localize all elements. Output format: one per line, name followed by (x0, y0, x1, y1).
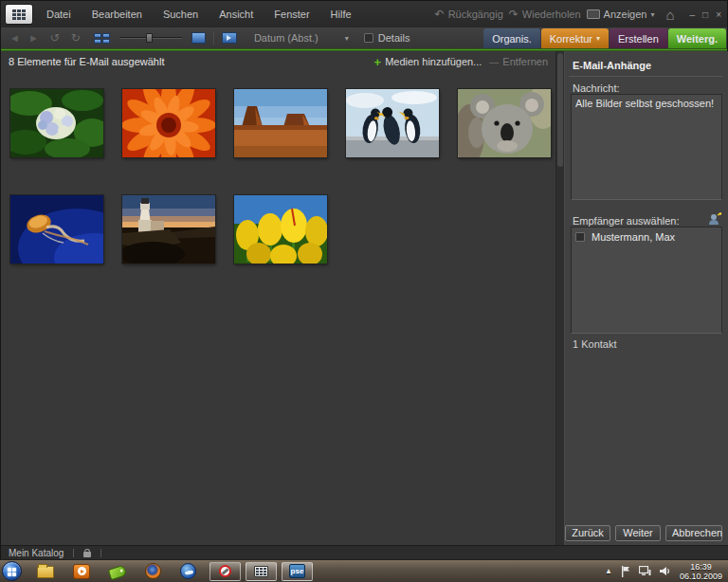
message-textarea[interactable]: Alle Bilder selbst geschossen! (571, 94, 722, 200)
contact-list[interactable]: Mustermann, Max (571, 227, 722, 334)
close-button[interactable]: × (716, 9, 721, 20)
single-view-icon[interactable] (191, 32, 206, 44)
app-icon[interactable] (5, 4, 33, 25)
email-attachments-panel: E-Mail-Anhänge Nachricht: Alle Bilder se… (565, 51, 728, 545)
thumbnail-tulips[interactable] (234, 195, 327, 264)
thumbnail-penguins[interactable] (346, 89, 439, 157)
start-button[interactable] (2, 561, 22, 581)
tab-create-label: Erstellen (618, 33, 659, 45)
menu-bearbeiten[interactable]: Bearbeiten (92, 9, 142, 20)
back-button[interactable]: Zurück (565, 525, 610, 541)
back-arrow-icon[interactable]: ◄ (9, 32, 20, 44)
rotate-right-icon[interactable]: ↻ (71, 31, 81, 45)
thumbnail-chrysanthemum[interactable] (122, 89, 215, 157)
zoom-slider-thumb[interactable] (146, 33, 153, 43)
chrysanthemum-image (122, 89, 215, 157)
redo-label: Wiederholen (522, 9, 581, 20)
open-windows: pse (209, 562, 313, 581)
snipping-tool-taskbar-button[interactable] (209, 562, 241, 581)
minus-icon: — (489, 57, 499, 67)
system-tray: ▲ 16:39 (605, 562, 728, 581)
window-controls: – □ × (690, 9, 721, 20)
clock-time: 16:39 (680, 562, 722, 572)
tab-share[interactable]: Weiterg. (668, 28, 726, 48)
details-label: Details (378, 32, 410, 44)
menu-fenster[interactable]: Fenster (274, 9, 309, 20)
windows-logo-icon (8, 568, 16, 576)
network-icon[interactable] (639, 566, 651, 576)
minimize-button[interactable]: – (690, 9, 696, 20)
thumbnail-hydrangea[interactable] (10, 89, 103, 157)
plus-icon: + (374, 55, 382, 69)
forward-arrow-icon[interactable]: ► (28, 32, 39, 44)
next-button[interactable]: Weiter (615, 525, 661, 541)
panel-title: E-Mail-Anhänge (573, 60, 651, 71)
mode-tabs: Organis. Korrektur ▾ Erstellen Weiterg. (483, 27, 727, 48)
organizer-icon (254, 566, 268, 577)
chevron-down-icon: ▾ (650, 10, 654, 19)
media-player-icon[interactable] (73, 564, 90, 579)
volume-icon[interactable] (660, 566, 671, 576)
monitor-icon (587, 9, 600, 19)
remove-media-button[interactable]: — Entfernen (489, 56, 548, 67)
undo-button[interactable]: ↶ Rückgängig (435, 8, 503, 21)
menu-suchen[interactable]: Suchen (163, 9, 198, 20)
action-center-flag-icon[interactable] (621, 566, 630, 577)
menu-datei[interactable]: Datei (46, 9, 71, 20)
undo-label: Rückgängig (448, 9, 503, 20)
pse-editor-taskbar-button[interactable]: pse (282, 562, 313, 581)
media-scrollbar[interactable] (555, 51, 565, 545)
tray-expand-icon[interactable]: ▲ (605, 567, 612, 575)
thumbnail-view-icon[interactable] (94, 33, 110, 44)
tab-fix[interactable]: Korrektur ▾ (541, 28, 609, 48)
status-divider (73, 549, 74, 557)
redo-icon: ↷ (509, 8, 519, 21)
rotate-left-icon[interactable]: ↺ (50, 31, 60, 45)
details-checkbox[interactable] (364, 33, 373, 43)
contact-row[interactable]: Mustermann, Max (572, 227, 721, 246)
pinned-icons (37, 563, 196, 579)
media-scrollbar-thumb[interactable] (557, 53, 563, 167)
cancel-button[interactable]: Abbrechen (665, 525, 722, 541)
titlebar: Datei Bearbeiten Suchen Ansicht Fenster … (1, 1, 727, 27)
koala-image (458, 89, 551, 157)
contact-checkbox[interactable] (575, 232, 585, 242)
thumbnail-lighthouse[interactable] (122, 195, 215, 264)
display-menu-button[interactable]: Anzeigen ▾ (587, 9, 655, 20)
desert-image (234, 89, 327, 157)
usb-device-icon[interactable] (108, 564, 128, 580)
lighthouse-image (122, 195, 215, 264)
contact-count: 1 Kontakt (573, 338, 616, 350)
menu-ansicht[interactable]: Ansicht (219, 9, 253, 20)
menubar: Datei Bearbeiten Suchen Ansicht Fenster … (46, 9, 352, 20)
content: 8 Elemente für E-Mail ausgewählt + Medie… (1, 51, 728, 545)
thumbnail-desert[interactable] (234, 89, 327, 157)
restore-button[interactable]: □ (702, 9, 708, 20)
contact-name: Mustermann, Max (592, 231, 675, 243)
add-media-button[interactable]: + Medien hinzufügen... (374, 55, 482, 69)
toolbar-divider (213, 31, 214, 45)
pse-icon: pse (289, 564, 305, 578)
thumbnail-jellyfish[interactable] (10, 195, 103, 264)
taskbar-clock[interactable]: 16:39 06.10.2009 (680, 562, 722, 581)
menu-hilfe[interactable]: Hilfe (331, 9, 352, 20)
explorer-icon[interactable] (37, 566, 54, 578)
slideshow-icon[interactable] (222, 32, 237, 44)
zoom-slider[interactable] (119, 32, 182, 44)
details-checkbox-group[interactable]: Details (364, 32, 410, 44)
thumbnail-koala[interactable] (458, 89, 551, 157)
tab-organize[interactable]: Organis. (483, 28, 540, 48)
firefox-icon[interactable] (145, 563, 161, 579)
date-sort-value: Datum (Abst.) (254, 32, 318, 44)
penguins-image (346, 89, 439, 157)
lock-icon (83, 549, 91, 557)
clock-date: 06.10.2009 (680, 572, 722, 581)
home-icon[interactable]: ⌂ (665, 7, 674, 23)
thunderbird-icon[interactable] (180, 563, 196, 579)
tab-create[interactable]: Erstellen (610, 28, 667, 48)
tab-organize-label: Organis. (492, 33, 532, 45)
organizer-taskbar-button[interactable] (246, 562, 277, 581)
date-sort-dropdown[interactable]: Datum (Abst.) ▾ (254, 32, 349, 44)
redo-button[interactable]: ↷ Wiederholen (509, 8, 581, 21)
titlebar-actions: ↶ Rückgängig ↷ Wiederholen Anzeigen ▾ ⌂ … (435, 7, 727, 23)
